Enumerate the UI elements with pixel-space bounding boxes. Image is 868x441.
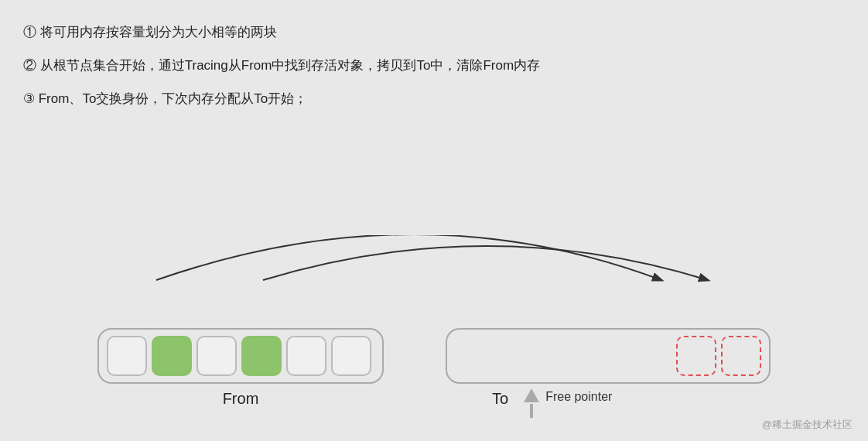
step-3: ③ From、To交换身份，下次内存分配从To开始； xyxy=(23,88,845,109)
to-cell-5-dashed xyxy=(676,336,716,376)
boxes-row xyxy=(97,328,771,384)
from-block xyxy=(97,328,384,384)
from-cell-2-green xyxy=(152,336,192,376)
from-cell-1 xyxy=(107,336,147,376)
to-block xyxy=(446,328,771,384)
step-3-index: ③ xyxy=(23,91,35,106)
from-cell-6 xyxy=(331,336,371,376)
from-cell-4-green xyxy=(241,336,282,376)
watermark: @稀土掘金技术社区 xyxy=(762,418,853,432)
from-cell-3 xyxy=(196,336,237,376)
to-label-area: To Free pointer xyxy=(446,390,771,418)
step-2: ② 从根节点集合开始，通过Tracing从From中找到存活对象，拷贝到To中，… xyxy=(23,55,845,76)
to-cell-6-dashed xyxy=(721,336,761,376)
step-2-text: 从根节点集合开始，通过Tracing从From中找到存活对象，拷贝到To中，清除… xyxy=(36,58,540,73)
from-cell-5 xyxy=(286,336,326,376)
step-1-index: ① xyxy=(23,25,36,39)
from-label: From xyxy=(97,390,384,408)
free-pointer-arrow xyxy=(524,388,539,402)
labels-row: From To Free pointer xyxy=(0,390,868,418)
step-1: ① 将可用内存按容量划分为大小相等的两块 xyxy=(23,22,845,43)
step-3-text: From、To交换身份，下次内存分配从To开始； xyxy=(35,91,307,106)
step-1-text: 将可用内存按容量划分为大小相等的两块 xyxy=(36,25,277,39)
free-pointer-stem xyxy=(530,404,533,418)
content-area: ① 将可用内存按容量划分为大小相等的两块 ② 从根节点集合开始，通过Tracin… xyxy=(0,0,868,138)
free-pointer-label: Free pointer xyxy=(545,390,612,404)
step-2-index: ② xyxy=(23,58,36,73)
to-label: To xyxy=(492,390,508,408)
diagram-area: From To Free pointer xyxy=(0,320,868,418)
